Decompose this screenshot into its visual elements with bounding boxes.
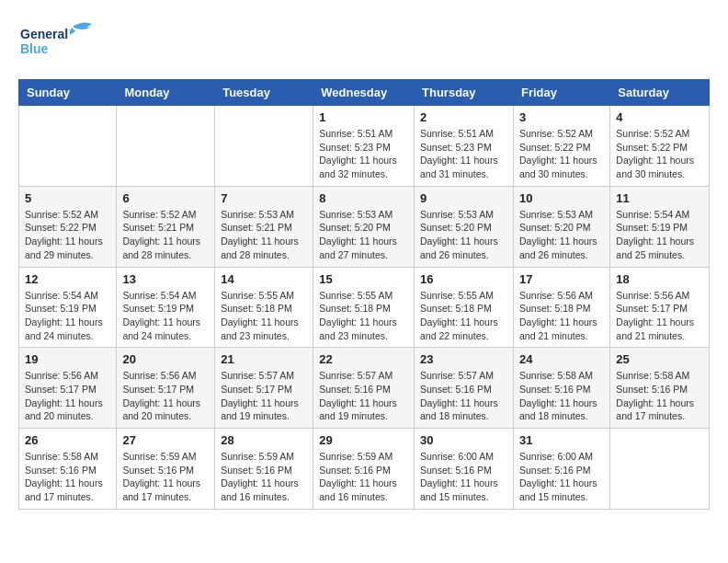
calendar-cell: 11Sunrise: 5:54 AMSunset: 5:19 PMDayligh…: [610, 186, 710, 267]
calendar-cell: 13Sunrise: 5:54 AMSunset: 5:19 PMDayligh…: [117, 267, 215, 348]
calendar-cell: 27Sunrise: 5:59 AMSunset: 5:16 PMDayligh…: [117, 429, 215, 510]
calendar-cell: 22Sunrise: 5:57 AMSunset: 5:16 PMDayligh…: [313, 348, 415, 429]
calendar-cell: 3Sunrise: 5:52 AMSunset: 5:22 PMDaylight…: [513, 106, 609, 187]
day-info: Sunrise: 5:56 AMSunset: 5:18 PMDaylight:…: [519, 289, 604, 343]
day-number: 14: [221, 272, 307, 286]
day-info: Sunrise: 5:52 AMSunset: 5:21 PMDaylight:…: [122, 208, 209, 262]
calendar-cell: 8Sunrise: 5:53 AMSunset: 5:20 PMDaylight…: [313, 186, 415, 267]
day-info: Sunrise: 5:51 AMSunset: 5:23 PMDaylight:…: [319, 127, 408, 181]
day-info: Sunrise: 5:57 AMSunset: 5:16 PMDaylight:…: [420, 369, 507, 423]
day-info: Sunrise: 5:52 AMSunset: 5:22 PMDaylight:…: [616, 127, 703, 181]
day-info: Sunrise: 5:53 AMSunset: 5:20 PMDaylight:…: [319, 208, 408, 262]
day-info: Sunrise: 5:58 AMSunset: 5:16 PMDaylight:…: [616, 369, 703, 423]
week-row-1: 1Sunrise: 5:51 AMSunset: 5:23 PMDaylight…: [19, 106, 710, 187]
calendar-cell: 1Sunrise: 5:51 AMSunset: 5:23 PMDaylight…: [313, 106, 415, 187]
day-number: 28: [221, 433, 307, 447]
svg-text:Blue: Blue: [20, 41, 49, 56]
day-info: Sunrise: 5:55 AMSunset: 5:18 PMDaylight:…: [420, 289, 507, 343]
weekday-sunday: Sunday: [19, 80, 117, 106]
calendar-cell: [117, 106, 215, 187]
week-row-5: 26Sunrise: 5:58 AMSunset: 5:16 PMDayligh…: [19, 429, 710, 510]
weekday-tuesday: Tuesday: [215, 80, 313, 106]
day-number: 24: [519, 352, 604, 366]
day-number: 3: [519, 110, 604, 124]
day-number: 20: [122, 352, 209, 366]
day-info: Sunrise: 5:53 AMSunset: 5:20 PMDaylight:…: [519, 208, 604, 262]
day-number: 12: [25, 272, 110, 286]
day-number: 18: [616, 272, 703, 286]
day-number: 22: [319, 352, 408, 366]
day-info: Sunrise: 5:59 AMSunset: 5:16 PMDaylight:…: [122, 450, 209, 504]
day-number: 7: [221, 191, 307, 205]
calendar-cell: 10Sunrise: 5:53 AMSunset: 5:20 PMDayligh…: [513, 186, 609, 267]
calendar-cell: 31Sunrise: 6:00 AMSunset: 5:16 PMDayligh…: [513, 429, 609, 510]
calendar-cell: [19, 106, 117, 187]
calendar-cell: 19Sunrise: 5:56 AMSunset: 5:17 PMDayligh…: [19, 348, 117, 429]
day-info: Sunrise: 5:57 AMSunset: 5:17 PMDaylight:…: [221, 369, 307, 423]
weekday-monday: Monday: [117, 80, 215, 106]
day-number: 16: [420, 272, 507, 286]
week-row-4: 19Sunrise: 5:56 AMSunset: 5:17 PMDayligh…: [19, 348, 710, 429]
calendar-cell: 9Sunrise: 5:53 AMSunset: 5:20 PMDaylight…: [415, 186, 514, 267]
week-row-3: 12Sunrise: 5:54 AMSunset: 5:19 PMDayligh…: [19, 267, 710, 348]
calendar-cell: 30Sunrise: 6:00 AMSunset: 5:16 PMDayligh…: [415, 429, 514, 510]
logo-svg: General Blue: [18, 18, 101, 64]
day-number: 10: [519, 191, 604, 205]
day-info: Sunrise: 5:53 AMSunset: 5:21 PMDaylight:…: [221, 208, 307, 262]
svg-text:General: General: [20, 27, 68, 41]
day-number: 27: [122, 433, 209, 447]
calendar-cell: 25Sunrise: 5:58 AMSunset: 5:16 PMDayligh…: [610, 348, 710, 429]
calendar-cell: 18Sunrise: 5:56 AMSunset: 5:17 PMDayligh…: [610, 267, 710, 348]
day-info: Sunrise: 5:58 AMSunset: 5:16 PMDaylight:…: [25, 450, 110, 504]
day-info: Sunrise: 5:59 AMSunset: 5:16 PMDaylight:…: [221, 450, 307, 504]
day-number: 5: [25, 191, 110, 205]
day-info: Sunrise: 5:52 AMSunset: 5:22 PMDaylight:…: [25, 208, 110, 262]
day-number: 8: [319, 191, 408, 205]
weekday-saturday: Saturday: [610, 80, 710, 106]
calendar-cell: 21Sunrise: 5:57 AMSunset: 5:17 PMDayligh…: [215, 348, 313, 429]
day-info: Sunrise: 5:55 AMSunset: 5:18 PMDaylight:…: [319, 289, 408, 343]
day-number: 9: [420, 191, 507, 205]
calendar-cell: 15Sunrise: 5:55 AMSunset: 5:18 PMDayligh…: [313, 267, 415, 348]
day-info: Sunrise: 5:51 AMSunset: 5:23 PMDaylight:…: [420, 127, 507, 181]
calendar-table: SundayMondayTuesdayWednesdayThursdayFrid…: [18, 79, 710, 510]
weekday-thursday: Thursday: [415, 80, 514, 106]
day-info: Sunrise: 5:56 AMSunset: 5:17 PMDaylight:…: [122, 369, 209, 423]
logo: General Blue: [18, 18, 101, 64]
day-number: 31: [519, 433, 604, 447]
calendar-cell: 24Sunrise: 5:58 AMSunset: 5:16 PMDayligh…: [513, 348, 609, 429]
calendar-cell: 12Sunrise: 5:54 AMSunset: 5:19 PMDayligh…: [19, 267, 117, 348]
day-number: 21: [221, 352, 307, 366]
page-header: General Blue: [18, 18, 710, 64]
calendar-cell: 7Sunrise: 5:53 AMSunset: 5:21 PMDaylight…: [215, 186, 313, 267]
day-number: 25: [616, 352, 703, 366]
calendar-cell: 20Sunrise: 5:56 AMSunset: 5:17 PMDayligh…: [117, 348, 215, 429]
day-info: Sunrise: 6:00 AMSunset: 5:16 PMDaylight:…: [420, 450, 507, 504]
day-number: 6: [122, 191, 209, 205]
day-info: Sunrise: 6:00 AMSunset: 5:16 PMDaylight:…: [519, 450, 604, 504]
day-number: 26: [25, 433, 110, 447]
day-info: Sunrise: 5:59 AMSunset: 5:16 PMDaylight:…: [319, 450, 408, 504]
calendar-cell: 2Sunrise: 5:51 AMSunset: 5:23 PMDaylight…: [415, 106, 514, 187]
calendar-cell: 6Sunrise: 5:52 AMSunset: 5:21 PMDaylight…: [117, 186, 215, 267]
day-info: Sunrise: 5:53 AMSunset: 5:20 PMDaylight:…: [420, 208, 507, 262]
day-number: 23: [420, 352, 507, 366]
day-info: Sunrise: 5:56 AMSunset: 5:17 PMDaylight:…: [616, 289, 703, 343]
day-number: 13: [122, 272, 209, 286]
weekday-header-row: SundayMondayTuesdayWednesdayThursdayFrid…: [19, 80, 710, 106]
day-info: Sunrise: 5:58 AMSunset: 5:16 PMDaylight:…: [519, 369, 604, 423]
day-number: 29: [319, 433, 408, 447]
week-row-2: 5Sunrise: 5:52 AMSunset: 5:22 PMDaylight…: [19, 186, 710, 267]
day-info: Sunrise: 5:56 AMSunset: 5:17 PMDaylight:…: [25, 369, 110, 423]
day-number: 19: [25, 352, 110, 366]
calendar-cell: 14Sunrise: 5:55 AMSunset: 5:18 PMDayligh…: [215, 267, 313, 348]
day-number: 30: [420, 433, 507, 447]
calendar-cell: [215, 106, 313, 187]
calendar-cell: 23Sunrise: 5:57 AMSunset: 5:16 PMDayligh…: [415, 348, 514, 429]
day-number: 11: [616, 191, 703, 205]
day-info: Sunrise: 5:54 AMSunset: 5:19 PMDaylight:…: [616, 208, 703, 262]
calendar-cell: 28Sunrise: 5:59 AMSunset: 5:16 PMDayligh…: [215, 429, 313, 510]
calendar-cell: 17Sunrise: 5:56 AMSunset: 5:18 PMDayligh…: [513, 267, 609, 348]
calendar-cell: 29Sunrise: 5:59 AMSunset: 5:16 PMDayligh…: [313, 429, 415, 510]
calendar-cell: 26Sunrise: 5:58 AMSunset: 5:16 PMDayligh…: [19, 429, 117, 510]
